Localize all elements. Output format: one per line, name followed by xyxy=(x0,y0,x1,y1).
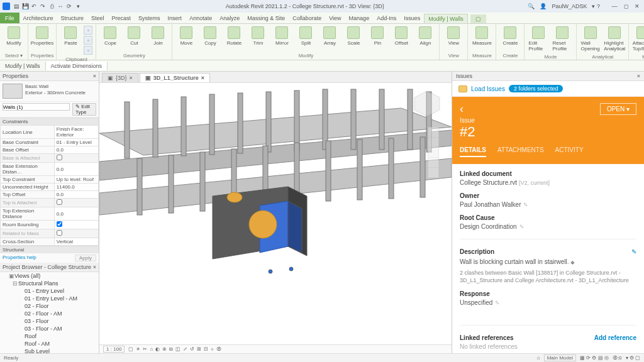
ribbon-button-cope[interactable]: Cope xyxy=(99,25,121,47)
ribbon-button-trim[interactable]: Trim xyxy=(247,25,269,47)
view-tab[interactable]: ▣3D_L1_Structure× xyxy=(140,73,210,82)
ribbon-button-pin[interactable]: Pin xyxy=(366,25,389,47)
ribbon-tab-annotate[interactable]: Annotate xyxy=(186,14,216,23)
prop-value[interactable]: Up to level: Roof xyxy=(54,176,98,184)
ribbon-context-box[interactable]: ▢ xyxy=(470,14,486,23)
browser-node[interactable]: ▣Views (all) xyxy=(0,272,99,280)
browser-node[interactable]: Sub Level xyxy=(0,348,99,353)
status-model-icon[interactable]: ⌂ xyxy=(537,355,540,361)
ribbon-button-cut[interactable]: Cut xyxy=(123,25,145,47)
view-control-icon-5[interactable]: ⊕ xyxy=(162,346,167,352)
ribbon-tab-steel[interactable]: Steel xyxy=(87,14,108,23)
ribbon-button-measure[interactable]: Measure xyxy=(470,25,493,47)
3d-viewport[interactable] xyxy=(99,83,452,344)
root-cause-edit-icon[interactable]: ✎ xyxy=(519,224,525,230)
3d-model-canvas[interactable] xyxy=(99,83,452,344)
type-selector[interactable]: Basic Wall Exterior - 300mm Concrete xyxy=(0,81,99,101)
prop-value[interactable]: 01 - Entry Level xyxy=(54,139,98,146)
prop-row[interactable]: Base Constraint01 - Entry Level xyxy=(1,139,99,146)
browser-node[interactable]: 02 - Floor - AM xyxy=(0,310,99,317)
ribbon-button-highlight-analytical[interactable]: Highlight Analytical xyxy=(603,25,626,53)
browser-node[interactable]: ⊟Structural Plans xyxy=(0,280,99,287)
prop-checkbox[interactable] xyxy=(57,221,62,227)
issue-tab-activity[interactable]: ACTIVITY xyxy=(555,146,584,157)
browser-node[interactable]: 01 - Entry Level - AM xyxy=(0,295,99,302)
qat-sync-icon[interactable]: ⟳ xyxy=(65,3,73,10)
ribbon-button-offset[interactable]: Offset xyxy=(390,25,413,47)
browser-node[interactable]: 01 - Entry Level xyxy=(0,287,99,295)
prop-section-structural[interactable]: Structural xyxy=(0,246,99,253)
view-control-icon-0[interactable]: ▢ xyxy=(128,346,133,352)
view-tab[interactable]: ▣{3D}× xyxy=(102,73,138,82)
ribbon-tab-modify-walls[interactable]: Modify | Walls xyxy=(424,14,468,23)
qat-save-icon[interactable]: 💾 xyxy=(21,3,29,10)
prop-checkbox[interactable] xyxy=(57,199,62,205)
ribbon-tab-massing-site[interactable]: Massing & Site xyxy=(243,14,289,23)
qat-redo-icon[interactable]: ↷ xyxy=(39,3,47,10)
issue-tab-details[interactable]: DETAILS xyxy=(460,146,486,157)
view-tab-close-icon[interactable]: × xyxy=(130,75,133,81)
ribbon-tab-systems[interactable]: Systems xyxy=(135,14,164,23)
prop-value[interactable]: Vertical xyxy=(54,238,98,246)
view-control-icon-3[interactable]: ⌂ xyxy=(150,346,153,352)
view-scale[interactable]: 1 : 100 xyxy=(103,346,125,353)
qat-undo-icon[interactable]: ↶ xyxy=(30,3,38,10)
prop-value[interactable]: Finish Face: Exterior xyxy=(54,126,98,139)
ribbon-tab-issues[interactable]: Issues xyxy=(400,14,424,23)
ribbon-button-split[interactable]: Split xyxy=(294,25,317,47)
properties-help-link[interactable]: Properties help xyxy=(3,255,36,261)
ribbon-button-create[interactable]: Create xyxy=(499,25,521,47)
browser-node[interactable]: 03 - Floor - AM xyxy=(0,325,99,332)
user-name[interactable]: PaulW_ADSK xyxy=(552,3,587,9)
minimize-button[interactable]: — xyxy=(610,3,619,9)
view-control-icon-10[interactable]: ⊞ xyxy=(197,346,201,352)
view-control-icon-1[interactable]: ☀ xyxy=(136,346,140,352)
description-value[interactable]: Wall is blocking curtain wall in stairwe… xyxy=(460,258,569,265)
view-control-icon-8[interactable]: ⤢ xyxy=(183,346,187,352)
project-browser-tree[interactable]: ▣Views (all)⊟Structural Plans01 - Entry … xyxy=(0,272,99,353)
description-edit-icon[interactable]: ✎ xyxy=(631,248,636,255)
quick-access-toolbar[interactable]: ▤ 💾 ↶ ↷ ⎙ ↔ ⟳ ▾ xyxy=(13,3,82,10)
view-control-icon-12[interactable]: ⟐ xyxy=(211,346,214,352)
nav-wheel-icon[interactable] xyxy=(428,128,438,138)
view-control-icon-2[interactable]: ✂ xyxy=(143,346,147,352)
prop-value[interactable] xyxy=(54,221,98,229)
ribbon-tab-analyze[interactable]: Analyze xyxy=(216,14,243,23)
ribbon-small-cut[interactable]: ▫ xyxy=(84,26,92,35)
prop-row[interactable]: Top ConstraintUp to level: Roof xyxy=(1,176,99,184)
prop-row[interactable]: Top Extension Distance0.0 xyxy=(1,207,99,221)
status-filter-icon[interactable]: ▾ ⚙ ▢ xyxy=(626,355,640,361)
prop-checkbox[interactable] xyxy=(57,230,62,236)
ribbon-button-mirror[interactable]: Mirror xyxy=(270,25,293,47)
status-model-selector[interactable]: Main Model xyxy=(544,354,576,361)
ribbon-button-join[interactable]: Join xyxy=(147,25,169,47)
view-cube[interactable] xyxy=(411,88,443,119)
prop-row[interactable]: Room Bounding xyxy=(1,221,99,229)
prop-row[interactable]: Base is Attached xyxy=(1,154,99,163)
response-edit-icon[interactable]: ✎ xyxy=(495,300,500,306)
prop-value[interactable]: 0.0 xyxy=(54,146,98,154)
ribbon-small-copy[interactable]: ▫ xyxy=(84,36,92,45)
ribbon-button-reset-profile[interactable]: Reset Profile xyxy=(551,25,574,53)
ribbon-small-match[interactable]: ▫ xyxy=(84,46,92,55)
view-control-icon-4[interactable]: ◐ xyxy=(155,346,160,352)
status-icons[interactable]: ▦ ⟳ ⚙ ▤ ◎ xyxy=(580,355,609,361)
load-issues-link[interactable]: Load Issues xyxy=(471,85,505,92)
qat-print-icon[interactable]: ⎙ xyxy=(48,3,55,10)
prop-value[interactable] xyxy=(54,199,98,207)
browser-node[interactable]: Roof - AM xyxy=(0,340,99,348)
ribbon-tab-structure[interactable]: Structure xyxy=(57,14,88,23)
issues-load-row[interactable]: Load Issues 2 folders selected xyxy=(452,81,644,97)
browser-node[interactable]: Roof xyxy=(0,332,99,340)
user-avatar-icon[interactable]: 👤 xyxy=(540,3,547,9)
ribbon-button-rotate[interactable]: Rotate xyxy=(223,25,245,47)
prop-checkbox[interactable] xyxy=(57,155,62,160)
ribbon-tab-collaborate[interactable]: Collaborate xyxy=(289,14,325,23)
prop-row[interactable]: Unconnected Height11400.0 xyxy=(1,184,99,191)
view-control-icon-6[interactable]: ⧉ xyxy=(169,346,173,352)
nav-zoom-icon[interactable] xyxy=(428,148,438,158)
prop-row[interactable]: Cross-SectionVertical xyxy=(1,238,99,246)
prop-value[interactable]: 0.0 xyxy=(54,207,98,221)
owner-edit-icon[interactable]: ✎ xyxy=(523,202,528,208)
nav-look-icon[interactable] xyxy=(428,168,438,178)
